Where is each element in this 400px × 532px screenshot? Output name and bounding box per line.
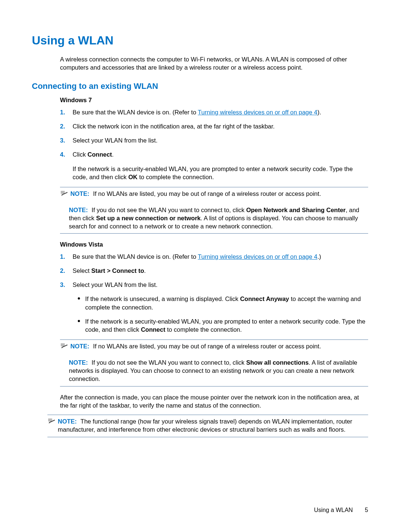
note-label: NOTE: <box>70 190 89 197</box>
bold-show-all-connections: Show all connections <box>246 359 309 366</box>
bullet-dot: ● <box>73 295 85 311</box>
heading-using-a-wlan: Using a WLAN <box>32 33 368 48</box>
bullet-dot: ● <box>73 317 85 334</box>
note-icon <box>47 418 56 426</box>
vista-bullet-2: ● If the network is a security-enabled W… <box>73 317 368 334</box>
bold-ok: OK <box>128 174 137 180</box>
list-number: 3. <box>60 281 73 289</box>
text: If no WLANs are listed, you may be out o… <box>93 190 321 197</box>
note-paragraph: NOTE:If you do not see the WLAN you want… <box>69 206 368 231</box>
win7-step-4: 4. Click Connect. <box>60 150 368 158</box>
list-number: 1. <box>60 252 73 261</box>
text: If the network is unsecured, a warning i… <box>85 295 240 302</box>
text: If no WLANs are listed, you may be out o… <box>93 343 321 349</box>
step-text: Select your WLAN from the list. <box>73 136 368 144</box>
vista-step-1: 1. Be sure that the WLAN device is on. (… <box>60 252 368 261</box>
note-row: NOTE:If no WLANs are listed, you may be … <box>60 190 368 199</box>
bold-start-connect-to: Start > Connect to <box>91 267 144 274</box>
text: The functional range (how far your wirel… <box>58 418 352 433</box>
step-text: Select Start > Connect to. <box>73 267 368 275</box>
note-paragraph: NOTE:If you do not see the WLAN you want… <box>69 358 368 383</box>
text: If you do not see the WLAN you want to c… <box>91 207 246 213</box>
note-label: NOTE: <box>70 343 89 349</box>
link-turning-wireless[interactable]: Turning wireless devices on or off on pa… <box>198 253 317 260</box>
text: . <box>112 151 114 158</box>
bullet-text: If the network is unsecured, a warning i… <box>85 295 368 311</box>
step-text: Be sure that the WLAN device is on. (Ref… <box>73 252 368 261</box>
after-connection-paragraph: After the connection is made, you can pl… <box>60 393 368 410</box>
win7-note-block: NOTE:If no WLANs are listed, you may be … <box>60 187 368 234</box>
heading-connecting: Connecting to an existing WLAN <box>32 81 368 92</box>
note-text: NOTE:The functional range (how far your … <box>58 417 368 434</box>
bold-open-network: Open Network and Sharing Center <box>246 207 346 213</box>
vista-step-3: 3. Select your WLAN from the list. <box>60 281 368 289</box>
subheading-windows-7: Windows 7 <box>60 96 368 104</box>
win7-step-4-continuation: If the network is a security-enabled WLA… <box>73 165 368 181</box>
subheading-windows-vista: Windows Vista <box>60 240 368 248</box>
step-text: Be sure that the WLAN device is on. (Ref… <box>73 108 368 116</box>
text: to complete the connection. <box>137 174 214 180</box>
list-number: 4. <box>60 150 73 158</box>
list-number: 3. <box>60 136 73 144</box>
text: .) <box>317 253 321 260</box>
vista-step-2: 2. Select Start > Connect to. <box>60 267 368 275</box>
vista-bullet-1: ● If the network is unsecured, a warning… <box>73 295 368 311</box>
note-label: NOTE: <box>58 418 77 425</box>
step-text: Click the network icon in the notificati… <box>73 122 368 130</box>
list-number: 2. <box>60 267 73 275</box>
note-label: NOTE: <box>69 207 88 213</box>
win7-step-3: 3. Select your WLAN from the list. <box>60 136 368 144</box>
text: to complete the connection. <box>165 326 241 333</box>
text: If you do not see the WLAN you want to c… <box>91 359 246 366</box>
bullet-text: If the network is a security-enabled WLA… <box>85 317 368 334</box>
text: Be sure that the WLAN device is on. (Ref… <box>73 253 198 260</box>
note-label: NOTE: <box>69 359 88 366</box>
step-text: Select your WLAN from the list. <box>73 281 368 289</box>
bold-connect: Connect <box>141 326 165 333</box>
note-text: NOTE:If no WLANs are listed, you may be … <box>70 342 368 350</box>
bold-connect-anyway: Connect Anyway <box>240 295 289 302</box>
note-row: NOTE:If no WLANs are listed, you may be … <box>60 342 368 351</box>
text: Select <box>73 267 91 274</box>
footer-title: Using a WLAN <box>314 507 353 513</box>
page: Using a WLAN A wireless connection conne… <box>0 0 400 532</box>
bold-connect: Connect <box>87 151 112 158</box>
list-number: 1. <box>60 108 73 116</box>
final-note-block: NOTE:The functional range (how far your … <box>47 415 368 437</box>
win7-step-2: 2. Click the network icon in the notific… <box>60 122 368 130</box>
note-icon <box>60 343 69 351</box>
text: ). <box>317 109 321 116</box>
text: Click <box>73 151 87 158</box>
note-icon <box>60 190 69 199</box>
win7-step-1: 1. Be sure that the WLAN device is on. (… <box>60 108 368 116</box>
vista-note-block: NOTE:If no WLANs are listed, you may be … <box>60 339 368 386</box>
page-footer: Using a WLAN 5 <box>314 506 368 514</box>
step-text: Click Connect. <box>73 150 368 158</box>
list-number: 2. <box>60 122 73 130</box>
text: . <box>144 267 146 274</box>
note-row: NOTE:The functional range (how far your … <box>47 417 368 434</box>
page-number: 5 <box>365 507 368 513</box>
note-text: NOTE:If no WLANs are listed, you may be … <box>70 190 368 198</box>
bold-set-up-connection: Set up a new connection or network <box>96 215 200 221</box>
link-turning-wireless[interactable]: Turning wireless devices on or off on pa… <box>198 109 317 116</box>
intro-paragraph: A wireless connection connects the compu… <box>60 55 368 72</box>
text: Be sure that the WLAN device is on. (Ref… <box>73 109 198 116</box>
